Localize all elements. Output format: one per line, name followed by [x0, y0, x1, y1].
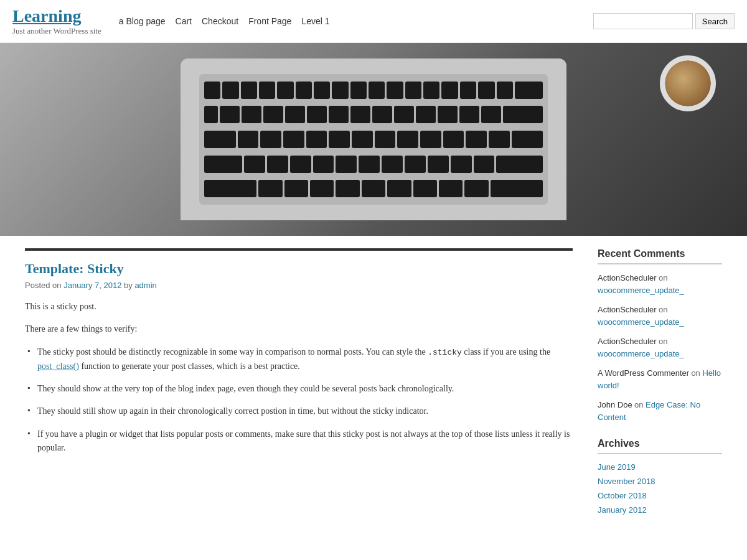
- archive-item-june2019: June 2019: [598, 462, 722, 472]
- post-by: by: [124, 281, 133, 290]
- comment-entry-2: ActionScheduler on woocommerce_update_: [598, 304, 722, 328]
- nav-item-level1[interactable]: Level 1: [301, 16, 329, 26]
- site-header: Learning Just another WordPress site a B…: [0, 0, 747, 43]
- comment-on-3: on: [659, 337, 667, 346]
- archive-item-jan2012: January 2012: [598, 505, 722, 515]
- archives-title: Archives: [598, 438, 722, 454]
- archive-link-jan2012[interactable]: January 2012: [598, 505, 647, 515]
- comment-on-5: on: [634, 400, 646, 409]
- comment-on-1: on: [659, 273, 667, 282]
- archive-list: June 2019 November 2018 October 2018 Jan…: [598, 462, 722, 515]
- nav-item-checkout[interactable]: Checkout: [202, 16, 238, 26]
- nav-item-cart[interactable]: Cart: [176, 16, 192, 26]
- list-item: They should show at the very top of the …: [25, 382, 573, 396]
- comment-link-1[interactable]: woocommerce_update_: [598, 286, 684, 295]
- post-date-link[interactable]: January 7, 2012: [63, 281, 121, 290]
- comment-on-2: on: [659, 305, 667, 314]
- search-form: Search: [593, 13, 735, 29]
- archive-link-nov2018[interactable]: November 2018: [598, 477, 655, 486]
- comment-entry-3: ActionScheduler on woocommerce_update_: [598, 335, 722, 360]
- list-item: The sticky post should be distinctly rec…: [25, 345, 573, 373]
- comment-entry-1: ActionScheduler on woocommerce_update_: [598, 272, 722, 296]
- post-class-link[interactable]: post_class(): [37, 362, 79, 371]
- comment-entry-4: A WordPress Commenter on Hello world!: [598, 367, 722, 391]
- post-title: Template: Sticky: [25, 261, 573, 277]
- list-item: If you have a plugin or widget that list…: [25, 427, 573, 455]
- archive-item-nov2018: November 2018: [598, 476, 722, 487]
- recent-comments-title: Recent Comments: [598, 248, 722, 264]
- post-intro1: This is a sticky post.: [25, 300, 573, 314]
- site-title-block: Learning Just another WordPress site: [12, 6, 101, 36]
- comment-author-4: A WordPress Commenter: [598, 368, 689, 378]
- main-nav: a Blog page Cart Checkout Front Page Lev…: [119, 16, 588, 26]
- post-body: This is a sticky post. There are a few t…: [25, 300, 573, 455]
- comment-on-4: on: [691, 368, 702, 378]
- post-list: The sticky post should be distinctly rec…: [25, 345, 573, 455]
- content-area: Template: Sticky Posted on January 7, 20…: [12, 236, 735, 543]
- post-author-link[interactable]: admin: [134, 281, 156, 290]
- post-meta-prefix: Posted on: [25, 281, 62, 290]
- comment-author-2: ActionScheduler: [598, 305, 657, 314]
- comment-author-1: ActionScheduler: [598, 273, 657, 282]
- main-content: Template: Sticky Posted on January 7, 20…: [25, 248, 573, 530]
- keyboard-area: [199, 74, 548, 205]
- hero-image: [0, 43, 747, 236]
- comment-entry-5: John Doe on Edge Case: No Content: [598, 399, 722, 423]
- post-meta: Posted on January 7, 2012 by admin: [25, 281, 573, 290]
- sidebar: Recent Comments ActionScheduler on wooco…: [598, 248, 722, 530]
- archive-link-oct2018[interactable]: October 2018: [598, 491, 647, 500]
- laptop-illustration: [181, 58, 566, 220]
- site-title[interactable]: Learning: [12, 6, 101, 26]
- nav-item-frontpage[interactable]: Front Page: [248, 16, 291, 26]
- coffee-cup-illustration: [660, 55, 722, 130]
- list-item: They should still show up again in their…: [25, 404, 573, 418]
- site-tagline: Just another WordPress site: [12, 26, 101, 36]
- comment-link-3[interactable]: woocommerce_update_: [598, 349, 684, 358]
- comment-link-2[interactable]: woocommerce_update_: [598, 317, 684, 327]
- nav-item-blog[interactable]: a Blog page: [119, 16, 166, 26]
- search-input[interactable]: [593, 13, 693, 29]
- comment-author-5: John Doe: [598, 400, 632, 409]
- hero-background: [0, 43, 747, 236]
- post-intro2: There are a few things to verify:: [25, 322, 573, 336]
- recent-comments-widget: Recent Comments ActionScheduler on wooco…: [598, 248, 722, 423]
- search-button[interactable]: Search: [695, 13, 735, 29]
- archive-item-oct2018: October 2018: [598, 490, 722, 501]
- comment-author-3: ActionScheduler: [598, 337, 657, 346]
- archives-widget: Archives June 2019 November 2018 October…: [598, 438, 722, 515]
- archive-link-june2019[interactable]: June 2019: [598, 462, 636, 472]
